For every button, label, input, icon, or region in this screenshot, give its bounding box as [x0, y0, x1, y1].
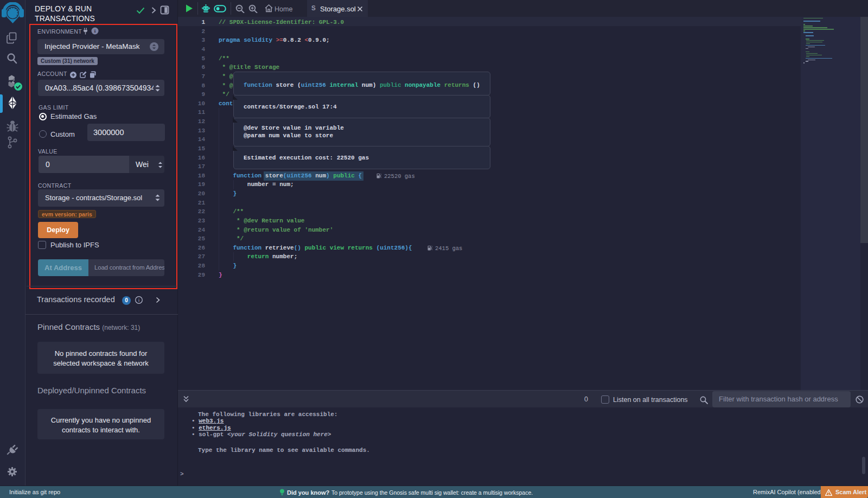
- svg-text:i: i: [138, 297, 140, 303]
